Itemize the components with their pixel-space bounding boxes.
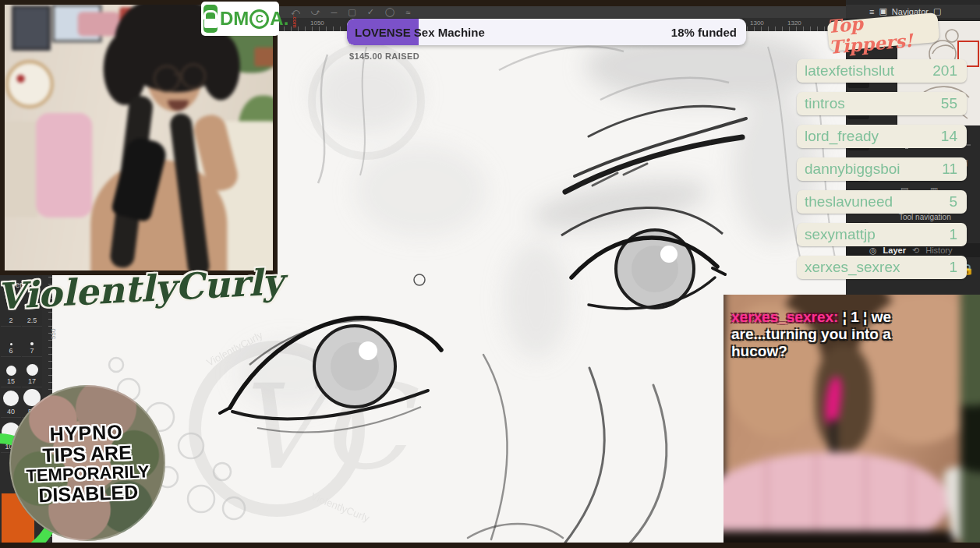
tipper-name: dannybiggsboi [805, 161, 900, 178]
ruler-mark: 1320 [787, 19, 801, 27]
blend-tool-icon[interactable]: ≈ [405, 8, 410, 17]
ruler-mark: 550 [50, 329, 57, 339]
tipper-row: xerxes_sexrex1 [797, 256, 967, 279]
tipper-amount: 11 [942, 161, 957, 178]
ruler-mark: 1300 [750, 19, 764, 27]
webcam-feed [0, 0, 278, 275]
tipper-name: sexymattjp [805, 226, 876, 243]
tipper-name: theslavuneed [805, 193, 893, 210]
tipper-amount: 1 [949, 226, 957, 243]
tipper-amount: 5 [949, 193, 957, 210]
tipper-name: latexfetishslut [805, 62, 894, 80]
dmca-suffix: .com [292, 15, 298, 23]
tipper-name: lord_fready [805, 128, 879, 145]
hypno-disabled-badge: HYPNO TIPS ARE TEMPORARILY DISABLED [9, 385, 165, 541]
brush-size-option[interactable]: 17 [22, 357, 42, 387]
funding-raised: $145.00 RAISED [349, 51, 419, 61]
tipper-row: latexfetishslut201 [797, 59, 967, 83]
check-tool-icon[interactable]: ✓ [367, 7, 374, 17]
tipper-amount: 55 [941, 95, 957, 112]
tipper-row: lord_fready14 [797, 125, 967, 148]
funding-title: LOVENSE Sex Machine [355, 26, 485, 39]
brush-size-option[interactable]: 6 [1, 327, 21, 357]
bottom-border [0, 543, 980, 548]
tipper-amount: 14 [941, 128, 957, 145]
dmca-badge[interactable]: DM C A. .com [201, 2, 279, 36]
tipper-row: dannybiggsboi11 [797, 157, 967, 181]
tipper-name: xerxes_sexrex [805, 259, 900, 276]
tipper-row: theslavuneed5 [797, 190, 967, 214]
chat-username: xerxes_sexrex: [731, 309, 838, 325]
dmca-text: DM C A. [220, 8, 288, 30]
brush-size-option[interactable]: 40 [1, 387, 21, 418]
tipper-row: tintros55 [797, 92, 967, 115]
redo-icon[interactable]: ⤻ [311, 7, 320, 17]
stream-overlay-stage: VC ViolentlyCurly ViolentlyCurly [0, 0, 980, 548]
lovense-funding-bar: LOVENSE Sex Machine 18% funded [347, 19, 746, 45]
tipper-name: tintros [805, 95, 845, 112]
tab-layer[interactable]: Layer [883, 246, 906, 255]
funding-percent: 18% funded [671, 26, 737, 39]
chat-message-overlay: xerxes_sexrex: ¦ 1 ¦ we are...turning yo… [731, 309, 943, 360]
tipper-amount: 201 [932, 62, 957, 80]
dmca-lock-icon [203, 5, 218, 33]
ruler-mark: 1050 [310, 19, 324, 27]
tipper-row: sexymattjp1 [797, 223, 967, 246]
brush-size-option[interactable]: 7 [22, 327, 42, 357]
tool-navigation-label: Tool navigation [899, 213, 951, 221]
app-toolbar[interactable]: ⤺ ⤻ ─ ▢ ✓ ◯ ≈ [277, 6, 893, 18]
tab-history[interactable]: History [925, 246, 952, 255]
top-tippers-title: Top Tippers! [827, 12, 940, 51]
history-icon: ⟲ [912, 246, 919, 256]
webcam-photo [1, 1, 277, 274]
tipper-amount: 1 [949, 259, 957, 276]
chat-token: ¦ 1 ¦ [838, 309, 871, 325]
brush-size-option[interactable]: 15 [1, 357, 21, 387]
line-tool-icon[interactable]: ─ [331, 8, 338, 17]
select-tool-icon[interactable]: ▢ [348, 7, 356, 17]
ellipse-tool-icon[interactable]: ◯ [385, 7, 394, 17]
